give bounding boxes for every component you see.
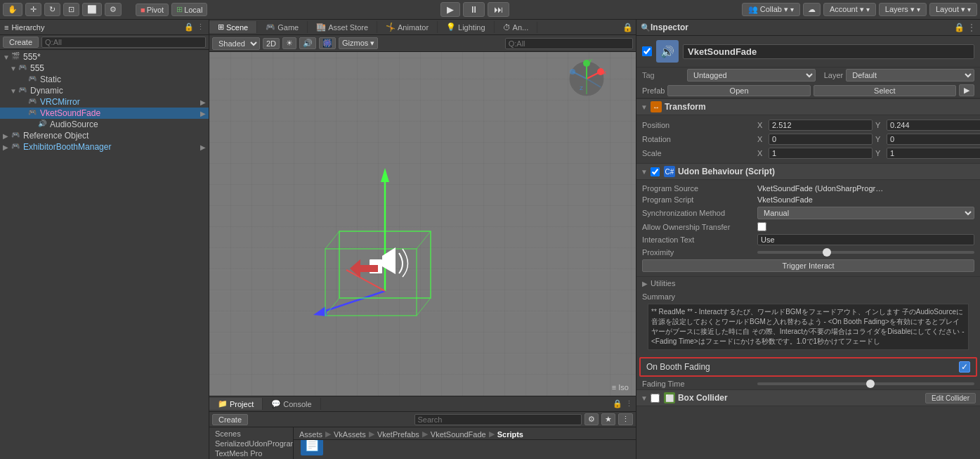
scale-x-input[interactable] bbox=[769, 148, 873, 159]
scene-view[interactable]: X Y Z ≡ Iso bbox=[209, 52, 636, 396]
tree-item-refobj[interactable]: ▶ 🎮 Reference Object bbox=[0, 130, 209, 141]
project-fav-btn[interactable]: ★ bbox=[601, 413, 615, 425]
pivot-btn[interactable]: ■ Pivot bbox=[136, 4, 169, 16]
inspector-lock[interactable]: 🔒 bbox=[954, 22, 965, 32]
proj-item-scenes[interactable]: Scenes bbox=[209, 429, 293, 439]
file-item-1[interactable]: 📄 Script bbox=[299, 440, 325, 458]
account-dropdown[interactable]: Account ▾ bbox=[823, 3, 876, 16]
rotation-row: Rotation X Y bbox=[642, 132, 974, 146]
custom-tool-btn[interactable]: ⚙ bbox=[105, 3, 122, 16]
tree-item-dynamic[interactable]: ▼ 🎮 Dynamic bbox=[0, 85, 209, 96]
layer-dropdown[interactable]: Default bbox=[846, 69, 974, 82]
hierarchy-lock[interactable]: 🔒 bbox=[184, 22, 194, 32]
play-btn[interactable]: ▶ bbox=[440, 2, 460, 17]
project-search[interactable] bbox=[414, 414, 582, 425]
tree-item-555-root[interactable]: ▼ 🎬 555* bbox=[0, 51, 209, 63]
tree-item-static[interactable]: 🎮 Static bbox=[0, 74, 209, 85]
object-name-input[interactable] bbox=[683, 44, 974, 59]
pos-x-input[interactable] bbox=[769, 119, 873, 131]
utilities-header[interactable]: ▶ Utilities bbox=[636, 276, 980, 290]
layer-label: Layer bbox=[824, 71, 844, 79]
fading-time-slider[interactable] bbox=[757, 382, 974, 385]
hand-tool-btn[interactable]: ✋ bbox=[3, 3, 22, 16]
transform-arrow: ▼ bbox=[641, 103, 648, 111]
move-tool-btn[interactable]: ✛ bbox=[25, 3, 41, 16]
svg-line-17 bbox=[322, 291, 385, 312]
rot-y-input[interactable] bbox=[887, 134, 980, 145]
scale-xyz: X Y bbox=[757, 148, 980, 159]
proj-item-textmesh[interactable]: TextMesh Pro bbox=[209, 448, 293, 458]
prefab-more-btn[interactable]: ▶ bbox=[959, 84, 974, 96]
tree-item-555[interactable]: ▼ 🎮 555 bbox=[0, 63, 209, 74]
fading-time-label: Fading Time bbox=[642, 380, 754, 388]
active-checkbox[interactable] bbox=[642, 46, 652, 56]
bc-scripts[interactable]: Scripts bbox=[497, 430, 523, 439]
prefab-open-btn[interactable]: Open bbox=[667, 85, 810, 96]
bc-sound[interactable]: VketSoundFade bbox=[431, 430, 486, 439]
inspector-menu[interactable]: ⋮ bbox=[967, 22, 976, 32]
hierarchy-search[interactable] bbox=[41, 37, 206, 48]
lighting-btn[interactable]: ☀ bbox=[282, 37, 296, 49]
project-toolbar: Create ⚙ ★ ⋮ bbox=[209, 412, 636, 427]
tab-scene[interactable]: ⊞ Scene bbox=[209, 21, 257, 33]
project-more-btn[interactable]: ⋮ bbox=[618, 413, 633, 425]
svg-marker-16 bbox=[381, 168, 389, 182]
tag-dropdown[interactable]: Untagged bbox=[687, 69, 816, 82]
tree-item-audiosource[interactable]: 🔊 AudioSource bbox=[0, 119, 209, 130]
create-button[interactable]: Create bbox=[3, 37, 39, 48]
tab-lighting[interactable]: 💡 Lighting bbox=[438, 21, 495, 33]
udon-enabled-checkbox[interactable] bbox=[651, 167, 660, 176]
tab-an[interactable]: ⏱ An... bbox=[495, 22, 538, 33]
shading-select[interactable]: Shaded bbox=[212, 37, 260, 50]
scene-search[interactable] bbox=[505, 38, 633, 49]
tree-item-exhibitor[interactable]: ▶ 🎮 ExhibitorBoothManager ▶ bbox=[0, 141, 209, 153]
pause-btn[interactable]: ⏸ bbox=[463, 2, 485, 17]
layers-dropdown[interactable]: Layers ▾ bbox=[879, 3, 927, 16]
interaction-text-input[interactable] bbox=[757, 234, 974, 245]
tab-animator[interactable]: 🤸 Animator bbox=[377, 21, 438, 33]
tree-item-vrcmirror[interactable]: 🎮 VRCMirror ▶ bbox=[0, 96, 209, 108]
rot-x-input[interactable] bbox=[769, 134, 873, 145]
collab-dropdown[interactable]: 👥 Collab ▾ bbox=[742, 3, 800, 16]
scale-y-input[interactable] bbox=[887, 148, 980, 159]
bc-prefabs[interactable]: VketPrefabs bbox=[377, 430, 419, 439]
tree-item-vketsoundfade[interactable]: 🎮 VketSoundFade ▶ bbox=[0, 108, 209, 119]
project-create-btn[interactable]: Create bbox=[212, 414, 248, 425]
trigger-interact-btn[interactable]: Trigger Interact bbox=[642, 259, 974, 272]
audio-btn[interactable]: 🔊 bbox=[299, 37, 316, 49]
tab-console[interactable]: 💬 Console bbox=[263, 398, 320, 410]
sync-select[interactable]: Manual bbox=[757, 207, 974, 219]
fx-btn[interactable]: 🎆 bbox=[319, 37, 336, 49]
position-xyz: X Y bbox=[757, 119, 980, 131]
tab-assetstore[interactable]: 🏬 Asset Store bbox=[308, 21, 377, 33]
gizmos-btn[interactable]: Gizmos ▾ bbox=[339, 37, 378, 49]
rotate-tool-btn[interactable]: ↻ bbox=[44, 3, 60, 16]
bc-assets[interactable]: Assets bbox=[299, 430, 322, 439]
scale-tool-btn[interactable]: ⊡ bbox=[63, 3, 79, 16]
allow-ownership-checkbox[interactable] bbox=[757, 222, 766, 231]
udon-component-header[interactable]: ▼ C# Udon Behaviour (Script) bbox=[636, 163, 980, 180]
layout-dropdown[interactable]: Layout ▾ bbox=[929, 3, 977, 16]
local-btn[interactable]: ⊞ Local bbox=[171, 3, 207, 16]
box-collider-header[interactable]: ▼ ⬜ Box Collider Edit Collider bbox=[636, 389, 980, 406]
bc-vkassets[interactable]: VkAssets bbox=[334, 430, 366, 439]
gameobj-icon-vrcmirror: 🎮 bbox=[28, 97, 38, 107]
proximity-slider[interactable] bbox=[757, 251, 974, 254]
on-booth-fading-checkbox[interactable]: ✓ bbox=[959, 361, 970, 373]
prefab-select-btn[interactable]: Select bbox=[814, 85, 956, 96]
tab-project[interactable]: 📁 Project bbox=[209, 398, 263, 410]
proj-item-serialized[interactable]: SerializedUdonPrograms bbox=[209, 439, 293, 448]
edit-collider-btn[interactable]: Edit Collider bbox=[925, 393, 976, 403]
hierarchy-menu[interactable]: ⋮ bbox=[197, 22, 204, 32]
assetstore-tab-icon: 🏬 bbox=[316, 22, 326, 32]
project-filter-btn[interactable]: ⚙ bbox=[584, 413, 599, 425]
tab-game[interactable]: 🎮 Game bbox=[257, 21, 308, 33]
transform-component-header[interactable]: ▼ ↔ Transform bbox=[636, 98, 980, 115]
cloud-btn[interactable]: ☁ bbox=[803, 3, 821, 16]
box-collider-enabled-checkbox[interactable] bbox=[651, 394, 660, 403]
transform-title: Transform bbox=[665, 102, 706, 112]
pos-y-input[interactable] bbox=[887, 119, 980, 131]
rect-tool-btn[interactable]: ⬜ bbox=[82, 3, 102, 16]
2d-btn[interactable]: 2D bbox=[263, 38, 280, 49]
step-btn[interactable]: ⏭ bbox=[488, 2, 509, 17]
